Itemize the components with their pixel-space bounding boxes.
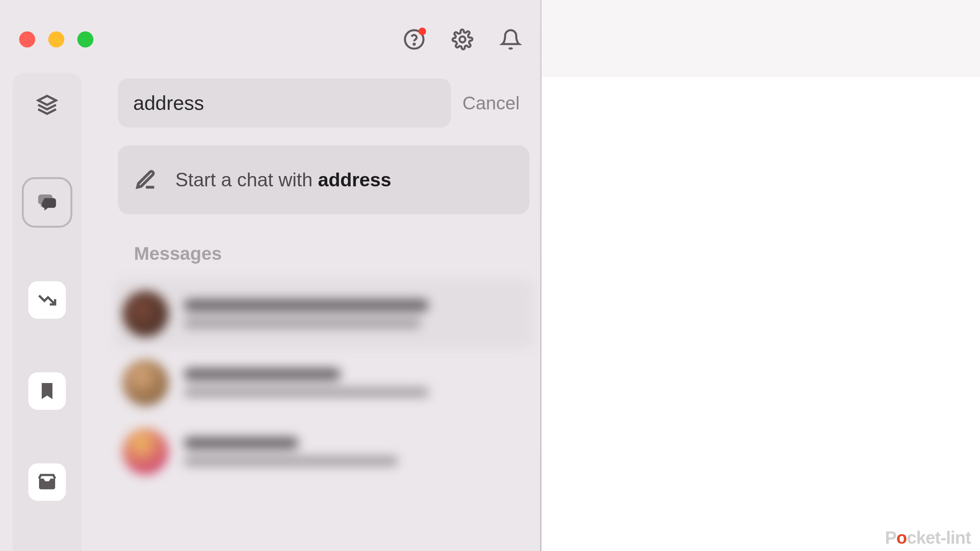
window-controls <box>19 31 93 47</box>
inbox-icon <box>36 471 58 493</box>
svg-marker-3 <box>38 96 56 105</box>
watermark-prefix: P <box>885 528 897 548</box>
message-subtext <box>184 387 429 397</box>
panel-divider <box>540 0 541 551</box>
main-area: Pocket-lint <box>542 0 980 551</box>
trend-down-icon <box>36 289 58 311</box>
message-subtext <box>184 456 398 466</box>
message-row[interactable] <box>115 279 533 348</box>
svg-point-1 <box>414 44 415 45</box>
start-chat-text: Start a chat with address <box>175 169 391 191</box>
gear-icon <box>451 28 474 51</box>
left-panel: Cancel Start a chat with address Message… <box>0 0 542 551</box>
watermark: Pocket-lint <box>885 527 971 548</box>
message-preview <box>184 368 526 397</box>
sidebar-item-chats-inner <box>36 191 58 214</box>
search-row: Cancel <box>118 78 529 127</box>
help-button[interactable] <box>403 28 425 51</box>
chat-bubbles-icon <box>36 191 58 212</box>
start-chat-prefix: Start a chat with <box>175 169 318 191</box>
message-list <box>115 279 533 486</box>
search-input[interactable] <box>118 78 451 127</box>
sidebar-item-inbox[interactable] <box>28 463 66 501</box>
layers-icon <box>36 94 58 116</box>
sidebar-item-chats[interactable] <box>22 177 72 228</box>
message-preview <box>184 437 526 466</box>
notifications-button[interactable] <box>500 28 522 51</box>
start-chat-query: address <box>318 169 391 191</box>
notification-badge <box>418 28 426 35</box>
bookmark-icon <box>36 380 58 402</box>
messages-section-header: Messages <box>134 243 222 264</box>
settings-button[interactable] <box>451 28 474 51</box>
app-root: Cancel Start a chat with address Message… <box>0 0 980 551</box>
sidebar-item-trends[interactable] <box>28 281 66 319</box>
maximize-window-button[interactable] <box>77 31 93 47</box>
message-title <box>184 368 341 380</box>
main-top-bar <box>542 0 980 77</box>
message-subtext <box>184 318 421 328</box>
bell-icon <box>500 28 522 51</box>
avatar <box>122 429 168 474</box>
sidebar-item-bookmarks[interactable] <box>28 372 66 410</box>
close-window-button[interactable] <box>19 31 35 47</box>
cancel-button[interactable]: Cancel <box>462 93 519 114</box>
message-title <box>184 299 429 311</box>
svg-point-2 <box>459 36 465 42</box>
avatar <box>122 360 168 406</box>
message-title <box>184 437 299 449</box>
message-row[interactable] <box>115 417 533 486</box>
compose-icon <box>135 169 157 191</box>
minimize-window-button[interactable] <box>48 31 64 47</box>
watermark-accent: o <box>897 528 907 548</box>
message-preview <box>184 299 526 328</box>
watermark-suffix: cket-lint <box>907 528 971 548</box>
sidebar <box>13 73 82 551</box>
top-icon-bar <box>403 28 522 51</box>
message-row[interactable] <box>115 348 533 417</box>
start-chat-row[interactable]: Start a chat with address <box>118 145 529 214</box>
sidebar-item-layers[interactable] <box>28 86 66 124</box>
avatar <box>122 291 168 337</box>
